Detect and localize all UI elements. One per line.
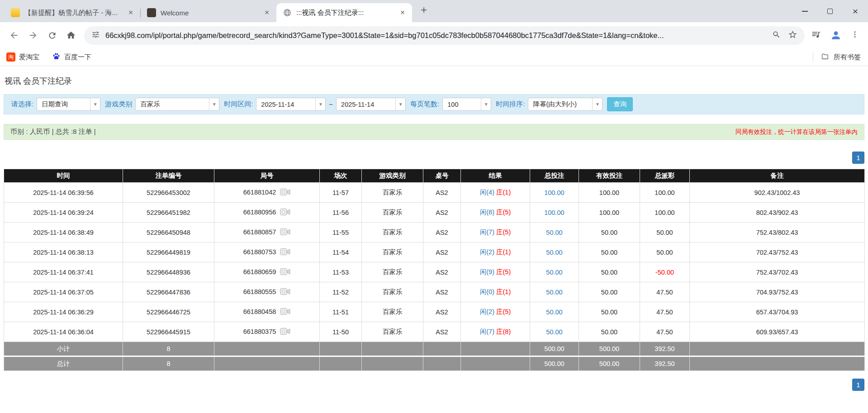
- result-player[interactable]: 闲(2): [480, 248, 494, 256]
- column-header: 场次: [320, 169, 362, 183]
- tab-welcome[interactable]: Welcome ×: [141, 3, 276, 22]
- video-replay-button[interactable]: [280, 228, 290, 237]
- menu-icon[interactable]: [851, 30, 859, 40]
- bookmark-label: 爱淘宝: [19, 53, 39, 62]
- result-banker[interactable]: 庄(5): [496, 228, 511, 236]
- cell-table-no: AS2: [423, 223, 461, 242]
- cell-note: 802.43/902.43: [690, 203, 865, 223]
- video-replay-icon: [280, 308, 290, 315]
- result-banker[interactable]: 庄(1): [496, 248, 511, 256]
- cell-time: 2025-11-14 06:36:29: [4, 302, 123, 322]
- chevron-down-icon[interactable]: ▼: [315, 98, 325, 110]
- bookmark-star-icon[interactable]: [788, 30, 797, 41]
- query-button[interactable]: 查询: [607, 97, 633, 111]
- total-bet-link[interactable]: 50.00: [546, 229, 562, 236]
- result-banker[interactable]: 庄(1): [496, 189, 511, 196]
- cell-total-bet: 50.00: [530, 242, 579, 262]
- home-button[interactable]: [62, 26, 81, 45]
- empty-cell: [214, 342, 320, 356]
- chevron-down-icon[interactable]: ▼: [209, 98, 219, 110]
- window-maximize-button[interactable]: [817, 0, 843, 22]
- video-replay-button[interactable]: [280, 208, 290, 217]
- video-replay-button[interactable]: [280, 268, 290, 277]
- home-icon: [66, 30, 76, 40]
- video-replay-icon: [280, 328, 290, 335]
- total-bet-link[interactable]: 50.00: [546, 328, 562, 336]
- game-type-select[interactable]: 百家乐 ▼: [135, 98, 219, 111]
- per-page-select[interactable]: 100 ▼: [442, 98, 491, 111]
- chevron-down-icon[interactable]: ▼: [395, 98, 405, 110]
- total-bet-link[interactable]: 50.00: [546, 249, 562, 256]
- column-header: 时间: [4, 169, 123, 183]
- zoom-icon[interactable]: [772, 30, 781, 41]
- media-controls-icon[interactable]: [811, 29, 821, 41]
- empty-cell: [461, 342, 530, 356]
- profile-avatar[interactable]: [828, 28, 844, 43]
- total-label: 总计: [4, 356, 123, 371]
- chevron-down-icon[interactable]: ▼: [481, 98, 491, 110]
- site-info-icon[interactable]: [91, 30, 100, 41]
- tab-close-icon[interactable]: ×: [126, 8, 136, 18]
- chevron-down-icon[interactable]: ▼: [90, 98, 100, 110]
- table-row: 2025-11-14 06:36:04522966445915661880375…: [4, 322, 865, 342]
- cell-valid-bet: 50.00: [579, 322, 640, 342]
- game-type-value: 百家乐: [136, 98, 209, 110]
- tab-close-icon[interactable]: ×: [262, 8, 272, 18]
- cell-result: 闲(0)庄(1): [461, 282, 530, 302]
- query-type-value: 日期查询: [37, 98, 90, 110]
- result-banker[interactable]: 庄(5): [496, 268, 511, 275]
- tab-forum[interactable]: 【新提醒】杨雪儿的帖子 - 海... ×: [5, 3, 140, 22]
- tab-bet-records[interactable]: :::视讯 会员下注纪录::: ×: [276, 3, 412, 22]
- video-replay-button[interactable]: [280, 248, 290, 257]
- address-bar[interactable]: 66cxkj98.com/ipl/portal.php/game/betreco…: [84, 26, 805, 45]
- date-to-input[interactable]: 2025-11-14 ▼: [336, 98, 406, 111]
- sort-select[interactable]: 降幂(由大到小) ▼: [528, 98, 602, 111]
- result-banker[interactable]: 庄(5): [496, 308, 511, 315]
- result-banker[interactable]: 庄(1): [496, 288, 511, 295]
- window-minimize-button[interactable]: [792, 0, 817, 22]
- result-banker[interactable]: 庄(8): [496, 328, 511, 335]
- video-replay-button[interactable]: [280, 328, 290, 337]
- result-banker[interactable]: 庄(5): [496, 209, 511, 216]
- cell-note: 609.93/657.43: [690, 322, 865, 342]
- result-player[interactable]: 闲(7): [480, 228, 494, 236]
- total-bet-link[interactable]: 100.00: [544, 189, 564, 196]
- result-player[interactable]: 闲(0): [480, 288, 494, 295]
- total-bet-link[interactable]: 50.00: [546, 269, 562, 276]
- total-bet-link[interactable]: 50.00: [546, 309, 562, 316]
- bookmark-baidu[interactable]: 百度一下: [52, 52, 91, 62]
- bookmark-taobao[interactable]: 淘 爱淘宝: [6, 52, 39, 62]
- per-page-value: 100: [443, 98, 481, 110]
- query-type-select[interactable]: 日期查询 ▼: [37, 98, 100, 111]
- chevron-down-icon[interactable]: ▼: [592, 98, 602, 110]
- window-close-button[interactable]: ×: [843, 0, 868, 22]
- all-bookmarks-button[interactable]: 所有书签: [813, 52, 861, 62]
- reload-button[interactable]: [43, 26, 62, 45]
- table-row: 2025-11-14 06:36:29522966446725661880458…: [4, 302, 865, 322]
- forward-button[interactable]: [24, 26, 43, 45]
- page-number-button[interactable]: 1: [852, 152, 864, 164]
- cell-round-id: 661880659: [214, 262, 320, 282]
- result-player[interactable]: 闲(4): [480, 189, 494, 196]
- back-button[interactable]: [5, 26, 24, 45]
- cell-game-type: 百家乐: [362, 183, 423, 203]
- result-player[interactable]: 闲(7): [480, 328, 494, 335]
- video-replay-button[interactable]: [280, 188, 290, 197]
- new-tab-button[interactable]: +: [416, 2, 432, 18]
- result-player[interactable]: 闲(2): [480, 308, 494, 315]
- total-bet-link[interactable]: 50.00: [546, 289, 562, 296]
- page-number-button[interactable]: 1: [852, 379, 864, 391]
- date-from-input[interactable]: 2025-11-14 ▼: [256, 98, 326, 111]
- total-bet-link[interactable]: 100.00: [544, 209, 564, 216]
- result-player[interactable]: 闲(9): [480, 268, 494, 275]
- video-replay-button[interactable]: [280, 308, 290, 317]
- cell-game-type: 百家乐: [362, 242, 423, 262]
- empty-cell: [362, 356, 423, 371]
- cell-session: 11-54: [320, 242, 362, 262]
- video-replay-button[interactable]: [280, 288, 290, 297]
- cell-table-no: AS2: [423, 262, 461, 282]
- video-replay-icon: [280, 188, 290, 196]
- tab-close-icon[interactable]: ×: [398, 8, 408, 18]
- cell-bet-id: 522966445915: [123, 322, 214, 342]
- result-player[interactable]: 闲(8): [480, 209, 494, 216]
